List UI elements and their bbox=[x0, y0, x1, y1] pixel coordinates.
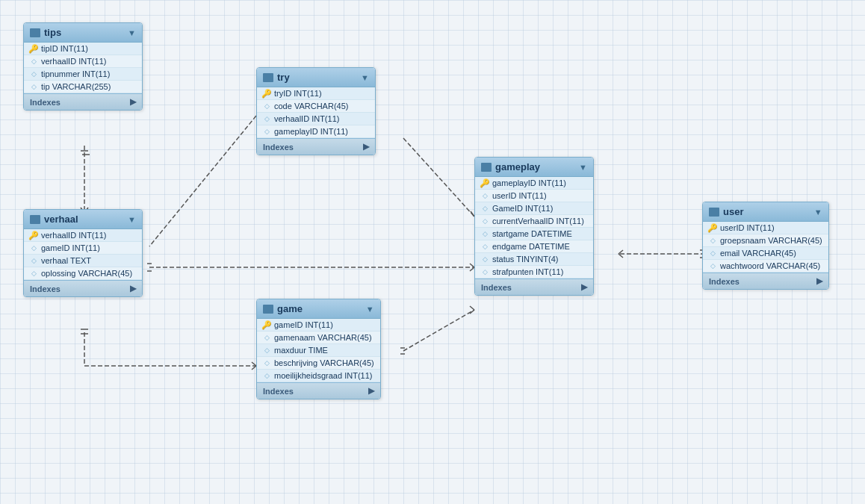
field-text: tipnummer INT(11) bbox=[41, 69, 110, 78]
table-field-row: ◇verhaalID INT(11) bbox=[257, 113, 375, 125]
table-field-row: ◇code VARCHAR(45) bbox=[257, 100, 375, 113]
table-field-row: ◇GameID INT(11) bbox=[475, 202, 593, 215]
table-try: try▼🔑tryID INT(11)◇code VARCHAR(45)◇verh… bbox=[256, 67, 376, 155]
table-field-row: ◇strafpunten INT(11) bbox=[475, 266, 593, 279]
field-text: verhaal TEXT bbox=[41, 256, 91, 265]
table-title: verhaal bbox=[44, 214, 124, 225]
indexes-label: Indexes bbox=[709, 277, 740, 286]
table-indexes-tips[interactable]: Indexes▶ bbox=[24, 93, 142, 110]
primary-key-icon: 🔑 bbox=[30, 45, 37, 52]
table-title: tips bbox=[44, 27, 124, 38]
svg-line-5 bbox=[149, 116, 256, 246]
table-field-row: ◇verhaal TEXT bbox=[24, 255, 142, 267]
field-text: code VARCHAR(45) bbox=[274, 102, 348, 111]
table-field-row: ◇moeilijkheidsgraad INT(11) bbox=[257, 370, 380, 382]
field-text: gameplayID INT(11) bbox=[274, 127, 348, 136]
field-diamond-icon: ◇ bbox=[263, 115, 270, 122]
table-icon bbox=[263, 73, 273, 82]
field-text: verhaalID INT(11) bbox=[41, 57, 106, 66]
table-field-row: 🔑gameID INT(11) bbox=[257, 319, 380, 332]
table-title: game bbox=[277, 303, 362, 314]
svg-line-27 bbox=[618, 254, 623, 258]
table-header-gameplay[interactable]: gameplay▼ bbox=[475, 158, 593, 177]
indexes-expand-icon[interactable]: ▶ bbox=[363, 142, 369, 152]
table-dropdown-icon[interactable]: ▼ bbox=[128, 215, 136, 224]
table-field-row: ◇tipnummer INT(11) bbox=[24, 68, 142, 81]
table-field-row: ◇beschrijving VARCHAR(45) bbox=[257, 357, 380, 370]
field-diamond-icon: ◇ bbox=[263, 359, 270, 367]
svg-line-21 bbox=[470, 306, 474, 310]
field-text: verhaalID INT(11) bbox=[41, 231, 106, 240]
table-gameplay: gameplay▼🔑gameplayID INT(11)◇userID INT(… bbox=[474, 157, 594, 296]
table-field-row: ◇maxduur TIME bbox=[257, 344, 380, 357]
table-header-game[interactable]: game▼ bbox=[257, 299, 380, 319]
table-field-row: ◇tip VARCHAR(255) bbox=[24, 81, 142, 93]
field-diamond-icon: ◇ bbox=[709, 249, 716, 257]
field-text: status TINYINT(4) bbox=[492, 255, 558, 264]
primary-key-icon: 🔑 bbox=[263, 321, 270, 329]
indexes-label: Indexes bbox=[30, 98, 61, 107]
table-indexes-verhaal[interactable]: Indexes▶ bbox=[24, 280, 142, 296]
table-field-row: ◇verhaalID INT(11) bbox=[24, 55, 142, 68]
table-icon bbox=[709, 208, 719, 217]
table-dropdown-icon[interactable]: ▼ bbox=[128, 28, 136, 37]
indexes-expand-icon[interactable]: ▶ bbox=[130, 97, 136, 107]
field-diamond-icon: ◇ bbox=[263, 128, 270, 135]
svg-line-26 bbox=[618, 250, 623, 254]
field-diamond-icon: ◇ bbox=[709, 237, 716, 244]
field-diamond-icon: ◇ bbox=[481, 268, 489, 276]
field-text: gamenaam VARCHAR(45) bbox=[274, 333, 372, 342]
svg-line-22 bbox=[470, 310, 474, 314]
indexes-expand-icon[interactable]: ▶ bbox=[816, 276, 822, 286]
table-field-row: ◇startgame DATETIME bbox=[475, 228, 593, 240]
table-field-row: ◇status TINYINT(4) bbox=[475, 253, 593, 266]
field-diamond-icon: ◇ bbox=[30, 270, 37, 277]
table-field-row: ◇groepsnaam VARCHAR(45) bbox=[703, 234, 828, 247]
indexes-expand-icon[interactable]: ▶ bbox=[130, 284, 136, 293]
table-dropdown-icon[interactable]: ▼ bbox=[814, 208, 822, 217]
table-icon bbox=[30, 28, 40, 37]
table-header-try[interactable]: try▼ bbox=[257, 68, 375, 87]
field-diamond-icon: ◇ bbox=[481, 243, 489, 250]
indexes-label: Indexes bbox=[30, 284, 61, 293]
table-field-row: 🔑userID INT(11) bbox=[703, 222, 828, 234]
table-game: game▼🔑gameID INT(11)◇gamenaam VARCHAR(45… bbox=[256, 299, 381, 399]
field-text: gameplayID INT(11) bbox=[492, 178, 566, 187]
table-field-row: 🔑tipID INT(11) bbox=[24, 43, 142, 55]
table-field-row: ◇gamenaam VARCHAR(45) bbox=[257, 332, 380, 344]
table-header-tips[interactable]: tips▼ bbox=[24, 23, 142, 43]
indexes-expand-icon[interactable]: ▶ bbox=[581, 282, 587, 292]
field-diamond-icon: ◇ bbox=[30, 257, 37, 264]
table-field-row: ◇userID INT(11) bbox=[475, 190, 593, 202]
table-field-row: ◇wachtwoord VARCHAR(45) bbox=[703, 260, 828, 273]
field-diamond-icon: ◇ bbox=[263, 346, 270, 354]
table-dropdown-icon[interactable]: ▼ bbox=[579, 163, 587, 172]
table-indexes-try[interactable]: Indexes▶ bbox=[257, 138, 375, 155]
field-text: email VARCHAR(45) bbox=[720, 249, 796, 258]
indexes-expand-icon[interactable]: ▶ bbox=[368, 386, 374, 396]
field-text: strafpunten INT(11) bbox=[492, 267, 563, 276]
table-indexes-gameplay[interactable]: Indexes▶ bbox=[475, 279, 593, 295]
field-diamond-icon: ◇ bbox=[481, 205, 489, 212]
field-diamond-icon: ◇ bbox=[30, 57, 37, 65]
table-dropdown-icon[interactable]: ▼ bbox=[361, 73, 369, 82]
primary-key-icon: 🔑 bbox=[481, 179, 489, 187]
field-text: wachtwoord VARCHAR(45) bbox=[720, 261, 820, 270]
field-diamond-icon: ◇ bbox=[30, 70, 37, 78]
field-text: moeilijkheidsgraad INT(11) bbox=[274, 371, 372, 380]
table-header-verhaal[interactable]: verhaal▼ bbox=[24, 210, 142, 229]
table-title: try bbox=[277, 72, 357, 83]
table-indexes-user[interactable]: Indexes▶ bbox=[703, 273, 828, 289]
svg-line-20 bbox=[403, 310, 474, 351]
table-field-row: 🔑gameplayID INT(11) bbox=[475, 177, 593, 190]
indexes-label: Indexes bbox=[263, 387, 294, 396]
table-header-user[interactable]: user▼ bbox=[703, 202, 828, 222]
field-text: tip VARCHAR(255) bbox=[41, 82, 111, 91]
field-diamond-icon: ◇ bbox=[30, 83, 37, 90]
field-text: currentVerhaalID INT(11) bbox=[492, 217, 584, 225]
table-dropdown-icon[interactable]: ▼ bbox=[366, 305, 374, 314]
primary-key-icon: 🔑 bbox=[709, 224, 716, 231]
field-diamond-icon: ◇ bbox=[263, 372, 270, 379]
field-text: userID INT(11) bbox=[720, 223, 775, 232]
table-indexes-game[interactable]: Indexes▶ bbox=[257, 382, 380, 399]
